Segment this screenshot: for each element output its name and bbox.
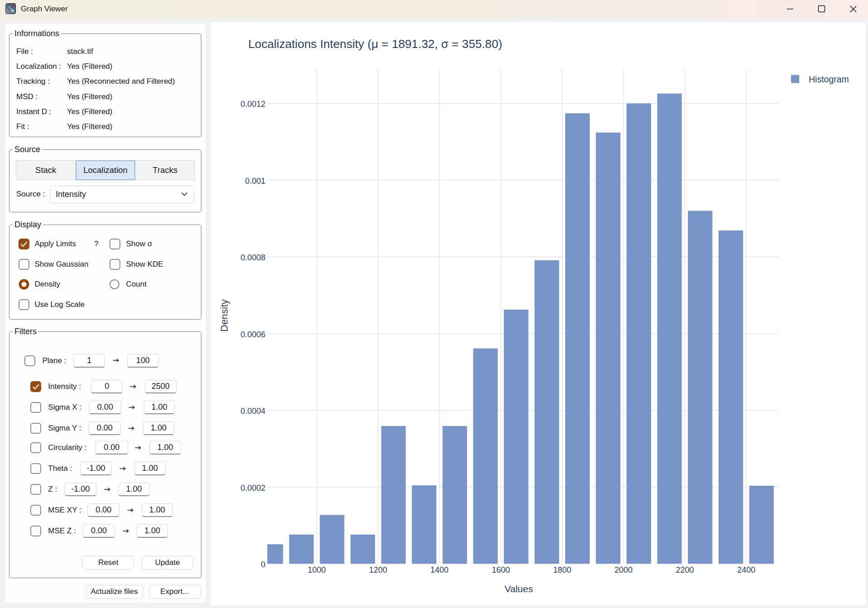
svg-text:Density: Density	[219, 299, 230, 332]
svg-text:1200: 1200	[369, 565, 387, 574]
svg-text:1800: 1800	[553, 565, 571, 574]
svg-text:0.0006: 0.0006	[240, 330, 265, 339]
svg-text:0.0004: 0.0004	[240, 407, 265, 416]
svg-text:2000: 2000	[615, 565, 633, 574]
svg-text:0.0012: 0.0012	[240, 100, 265, 109]
svg-text:0.001: 0.001	[245, 177, 265, 186]
svg-text:2400: 2400	[737, 565, 755, 574]
svg-text:1000: 1000	[308, 565, 326, 574]
svg-text:Histogram: Histogram	[809, 74, 849, 84]
svg-text:0: 0	[261, 560, 265, 569]
svg-text:2200: 2200	[676, 565, 694, 574]
svg-text:1400: 1400	[430, 565, 448, 574]
svg-text:0.0002: 0.0002	[240, 484, 265, 493]
svg-text:Values: Values	[505, 584, 533, 594]
svg-text:1600: 1600	[492, 565, 510, 574]
svg-text:0.0008: 0.0008	[240, 253, 265, 262]
svg-text:Localizations Intensity (μ = 1: Localizations Intensity (μ = 1891.32, σ …	[248, 37, 502, 51]
